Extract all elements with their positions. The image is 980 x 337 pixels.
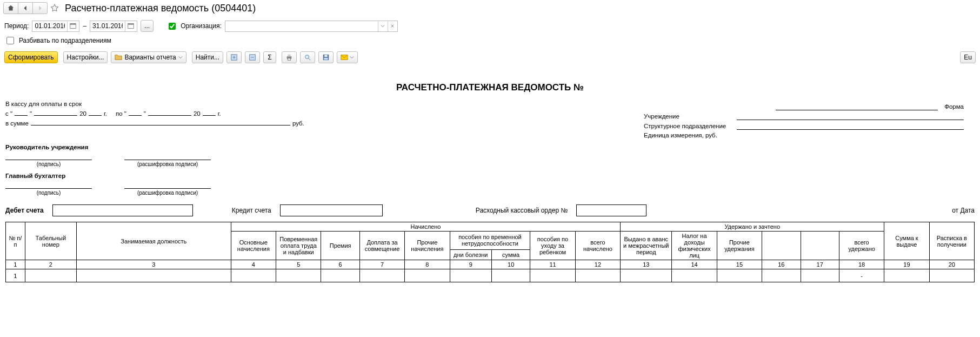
printer-icon <box>285 54 293 61</box>
save-button[interactable] <box>318 51 334 63</box>
star-icon[interactable] <box>50 3 59 13</box>
svg-point-9 <box>305 55 309 59</box>
back-button[interactable] <box>18 2 33 14</box>
home-button[interactable] <box>3 2 18 14</box>
org-select[interactable] <box>225 21 398 32</box>
year-to-blank <box>203 108 216 116</box>
diskette-icon <box>322 54 330 61</box>
date-from-input[interactable] <box>32 21 79 32</box>
date-to-input[interactable] <box>90 21 137 32</box>
svg-rect-8 <box>288 58 290 61</box>
sum-button[interactable]: Σ <box>263 51 276 63</box>
debit-box <box>52 204 193 216</box>
find-button[interactable]: Найти... <box>192 51 223 63</box>
doc-number-blank <box>776 103 938 110</box>
chevron-down-icon <box>350 55 354 60</box>
calendar-icon[interactable] <box>125 21 136 31</box>
payroll-table: № п/п Табельный номер Занимаемая должнос… <box>5 222 975 282</box>
date-to-field[interactable] <box>90 22 125 30</box>
org-label: Организация: <box>181 22 222 30</box>
home-icon <box>7 4 15 12</box>
expand-button[interactable] <box>226 51 242 63</box>
sum-blank <box>31 118 290 125</box>
forward-button[interactable] <box>32 2 48 14</box>
more-right-button[interactable]: Еu <box>960 51 976 63</box>
month-from-blank <box>34 108 77 116</box>
print-button[interactable] <box>282 51 297 63</box>
org-input[interactable] <box>225 22 378 30</box>
year-from-blank <box>89 108 102 116</box>
svg-rect-11 <box>324 55 327 57</box>
collapse-icon <box>249 54 256 61</box>
accountant-label: Главный бухгалтер <box>5 173 622 179</box>
svg-rect-1 <box>70 24 76 25</box>
period-label: Период: <box>4 22 29 30</box>
credit-box <box>280 204 383 216</box>
head-label: Руководитель учреждения <box>5 144 622 150</box>
svg-rect-7 <box>288 55 290 57</box>
svg-rect-3 <box>128 24 134 25</box>
preview-button[interactable] <box>300 51 315 63</box>
date-from-field[interactable] <box>32 22 67 30</box>
day-to-blank <box>129 108 142 116</box>
settings-button[interactable]: Настройки... <box>63 51 108 63</box>
day-from-blank <box>15 108 28 116</box>
clear-icon[interactable] <box>388 21 397 31</box>
collapse-button[interactable] <box>245 51 260 63</box>
report-title: РАСЧЕТНО-ПЛАТЕЖНАЯ ВЕДОМОСТЬ № <box>5 82 975 93</box>
period-ellipsis-button[interactable]: ... <box>141 20 154 32</box>
cash-order-box <box>576 204 646 216</box>
mail-icon <box>341 54 348 61</box>
split-checkbox[interactable] <box>6 37 14 44</box>
org-enabled-checkbox[interactable] <box>169 23 176 30</box>
calendar-icon[interactable] <box>67 21 78 31</box>
expand-icon <box>230 54 238 61</box>
chevron-down-icon <box>178 55 183 60</box>
arrow-left-icon <box>22 4 29 12</box>
arrow-right-icon <box>36 4 44 12</box>
split-label: Разбивать по подразделениям <box>19 37 111 44</box>
page-title: Расчетно-платежная ведомость (0504401) <box>65 3 256 14</box>
cash-line: В кассу для оплаты в срок <box>5 101 622 107</box>
svg-rect-12 <box>324 58 328 60</box>
mail-button[interactable] <box>337 51 358 63</box>
dropdown-icon[interactable] <box>378 21 388 31</box>
month-to-blank <box>148 108 191 116</box>
magnifier-icon <box>304 54 311 61</box>
variants-button[interactable]: Варианты отчета <box>111 51 186 63</box>
folder-icon <box>115 54 122 61</box>
dash: – <box>83 22 86 30</box>
generate-button[interactable]: Сформировать <box>4 51 58 63</box>
table-row: 1 - <box>6 269 975 282</box>
